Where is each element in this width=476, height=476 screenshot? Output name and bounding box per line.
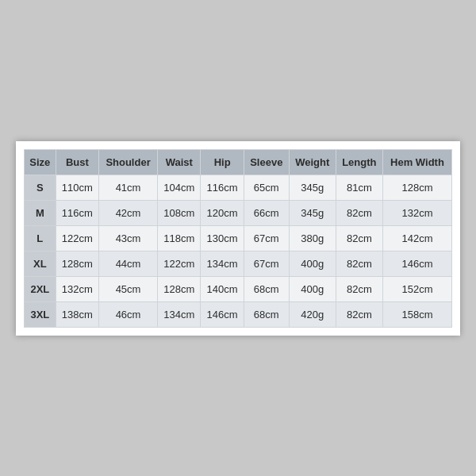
measurement-cell: 345g [289,200,336,225]
measurement-cell: 128cm [382,175,451,200]
measurement-cell: 42cm [99,200,158,225]
measurement-cell: 138cm [56,301,98,327]
table-row: L122cm43cm118cm130cm67cm380g82cm142cm [25,225,452,251]
measurement-cell: 420g [289,301,336,327]
measurement-cell: 116cm [201,175,244,200]
measurement-cell: 132cm [56,276,98,301]
table-header: SizeBustShoulderWaistHipSleeveWeightLeng… [25,149,452,175]
measurement-cell: 134cm [158,301,201,327]
measurement-cell: 82cm [336,276,382,301]
measurement-cell: 68cm [244,276,289,301]
measurement-cell: 110cm [56,175,98,200]
measurement-cell: 68cm [244,301,289,327]
measurement-cell: 82cm [336,225,382,251]
table-row: XL128cm44cm122cm134cm67cm400g82cm146cm [25,251,452,276]
size-label: L [25,225,56,251]
size-label: S [25,175,56,200]
measurement-cell: 345g [289,175,336,200]
measurement-cell: 118cm [158,225,201,251]
column-header: Hem Width [382,149,451,175]
size-label: 3XL [25,301,56,327]
size-label: M [25,200,56,225]
column-header: Weight [289,149,336,175]
measurement-cell: 66cm [244,200,289,225]
measurement-cell: 82cm [336,200,382,225]
column-header: Size [25,149,56,175]
measurement-cell: 41cm [99,175,158,200]
measurement-cell: 152cm [382,276,451,301]
column-header: Waist [158,149,201,175]
measurement-cell: 65cm [244,175,289,200]
measurement-cell: 45cm [99,276,158,301]
measurement-cell: 81cm [336,175,382,200]
measurement-cell: 132cm [382,200,451,225]
measurement-cell: 67cm [244,251,289,276]
measurement-cell: 44cm [99,251,158,276]
measurement-cell: 140cm [201,276,244,301]
measurement-cell: 400g [289,251,336,276]
measurement-cell: 142cm [382,225,451,251]
measurement-cell: 116cm [56,200,98,225]
measurement-cell: 46cm [99,301,158,327]
column-header: Hip [201,149,244,175]
table-row: 2XL132cm45cm128cm140cm68cm400g82cm152cm [25,276,452,301]
measurement-cell: 380g [289,225,336,251]
table-row: 3XL138cm46cm134cm146cm68cm420g82cm158cm [25,301,452,327]
measurement-cell: 130cm [201,225,244,251]
measurement-cell: 134cm [201,251,244,276]
column-header: Shoulder [99,149,158,175]
measurement-cell: 146cm [201,301,244,327]
measurement-cell: 120cm [201,200,244,225]
measurement-cell: 104cm [158,175,201,200]
measurement-cell: 108cm [158,200,201,225]
table-row: M116cm42cm108cm120cm66cm345g82cm132cm [25,200,452,225]
column-header: Length [336,149,382,175]
size-label: 2XL [25,276,56,301]
column-header: Sleeve [244,149,289,175]
size-chart-table: SizeBustShoulderWaistHipSleeveWeightLeng… [24,149,452,328]
table-row: S110cm41cm104cm116cm65cm345g81cm128cm [25,175,452,200]
measurement-cell: 43cm [99,225,158,251]
column-header: Bust [56,149,98,175]
measurement-cell: 146cm [382,251,451,276]
measurement-cell: 122cm [56,225,98,251]
table-body: S110cm41cm104cm116cm65cm345g81cm128cmM11… [25,175,452,327]
measurement-cell: 400g [289,276,336,301]
measurement-cell: 122cm [158,251,201,276]
measurement-cell: 128cm [56,251,98,276]
measurement-cell: 82cm [336,251,382,276]
measurement-cell: 128cm [158,276,201,301]
measurement-cell: 82cm [336,301,382,327]
measurement-cell: 158cm [382,301,451,327]
measurement-cell: 67cm [244,225,289,251]
size-label: XL [25,251,56,276]
size-chart-container: SizeBustShoulderWaistHipSleeveWeightLeng… [16,141,460,336]
